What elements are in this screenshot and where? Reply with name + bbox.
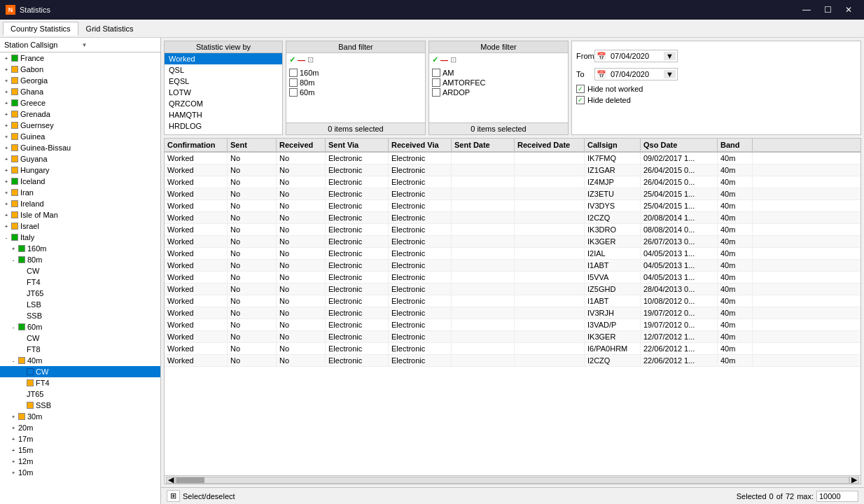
col-header-receivedvia[interactable]: Received Via [389, 139, 452, 151]
list-item[interactable]: + 17m [0, 433, 160, 444]
table-row[interactable]: Worked No No Electronic Electronic IK7FM… [165, 153, 860, 164]
list-item[interactable]: + Georgia [0, 75, 160, 86]
table-row[interactable]: Worked No No Electronic Electronic IZ5GH… [165, 284, 860, 295]
col-header-received[interactable]: Received [277, 139, 326, 151]
expand-icon[interactable]: + [1, 98, 11, 108]
list-item[interactable]: JT65 [0, 288, 160, 299]
expand-icon[interactable]: + [1, 176, 11, 186]
list-item[interactable]: SSB [0, 310, 160, 321]
expand-icon[interactable]: - [1, 232, 11, 242]
col-header-sent[interactable]: Sent [228, 139, 277, 151]
list-item[interactable]: + Ireland [0, 198, 160, 209]
scroll-right-button[interactable]: ▶ [849, 477, 859, 484]
expand-icon[interactable]: - [8, 322, 18, 332]
list-item[interactable]: + 20m [0, 422, 160, 433]
stat-item-worked[interactable]: Worked [165, 53, 282, 64]
list-item[interactable]: - 40m [0, 355, 160, 366]
list-item[interactable]: + Israel [0, 220, 160, 232]
close-button[interactable]: ✕ [839, 2, 858, 18]
list-item[interactable]: + Iran [0, 187, 160, 198]
max-value-input[interactable] [816, 491, 858, 502]
expand-icon[interactable]: + [8, 445, 18, 455]
table-row[interactable]: Worked No No Electronic Electronic IK3DR… [165, 224, 860, 236]
list-item[interactable]: + Greece [0, 97, 160, 108]
table-row[interactable]: Worked No No Electronic Electronic I2IAL… [165, 248, 860, 260]
list-item[interactable]: + Gabon [0, 64, 160, 75]
expand-icon[interactable]: + [8, 468, 18, 477]
tab-grid-statistics[interactable]: Grid Statistics [78, 22, 141, 36]
list-item[interactable]: + Iceland [0, 176, 160, 187]
expand-icon[interactable]: - [8, 255, 18, 265]
list-item[interactable]: - 80m [0, 254, 160, 265]
col-header-band[interactable]: Band [718, 139, 753, 151]
col-header-callsign[interactable]: Callsign [585, 139, 641, 151]
table-row[interactable]: Worked No No Electronic Electronic I3VAD… [165, 319, 860, 331]
to-date-input[interactable] [608, 69, 664, 79]
list-item[interactable]: + 10m [0, 467, 160, 478]
stat-item-qsl[interactable]: QSL [165, 64, 282, 76]
table-row[interactable]: Worked No No Electronic Electronic IZ1GA… [165, 164, 860, 176]
list-item[interactable]: + 12m [0, 456, 160, 467]
expand-icon[interactable]: + [8, 434, 18, 444]
tab-country-statistics[interactable]: Country Statistics [3, 22, 78, 36]
band-checkbox-80m[interactable] [289, 78, 298, 87]
band-item-60m[interactable]: 60m [288, 88, 424, 97]
list-item[interactable]: LSB [0, 299, 160, 310]
station-callsign-dropdown[interactable]: Station Callsign ▼ [0, 38, 160, 52]
mode-item-ardop[interactable]: ARDOP [431, 88, 566, 97]
mode-checkbox-am[interactable] [432, 69, 440, 77]
expand-icon[interactable]: + [8, 423, 18, 433]
expand-icon[interactable]: + [1, 165, 11, 175]
select-deselect-label[interactable]: Select/deselect [183, 492, 235, 500]
horizontal-scrollbar-track[interactable] [176, 477, 849, 484]
mode-checkbox-ardop[interactable] [432, 88, 440, 97]
list-item[interactable]: + Grenada [0, 108, 160, 120]
stat-item-qrzcom[interactable]: QRZCOM [165, 98, 282, 109]
col-header-sentdate[interactable]: Sent Date [452, 139, 515, 151]
mode-invert-icon[interactable]: ⊡ [450, 55, 457, 64]
list-item[interactable]: + 15m [0, 444, 160, 456]
table-row[interactable]: Worked No No Electronic Electronic IV3DY… [165, 200, 860, 212]
horizontal-scrollbar-thumb[interactable] [176, 477, 204, 483]
list-item[interactable]: FT4 [0, 276, 160, 288]
expand-icon[interactable]: + [1, 87, 11, 97]
stat-item-lotw[interactable]: LOTW [165, 87, 282, 98]
expand-icon[interactable]: + [8, 412, 18, 421]
hide-not-worked-row[interactable]: ✓ Hide not worked [572, 83, 860, 94]
mode-checkbox-amtorfec[interactable] [432, 78, 440, 87]
expand-icon[interactable]: + [1, 132, 11, 141]
stat-item-hamqth[interactable]: HAMQTH [165, 109, 282, 120]
minimize-button[interactable]: — [797, 2, 816, 18]
list-item[interactable]: + Guernsey [0, 120, 160, 131]
expand-icon[interactable]: + [1, 120, 11, 130]
expand-icon[interactable]: - [8, 356, 18, 365]
list-item[interactable]: + Ghana [0, 86, 160, 97]
table-row[interactable]: Worked No No Electronic Electronic IK3GE… [165, 331, 860, 343]
expand-icon[interactable]: + [1, 154, 11, 164]
hide-deleted-row[interactable]: ✓ Hide deleted [572, 94, 860, 106]
table-row[interactable]: Worked No No Electronic Electronic IZ3ET… [165, 188, 860, 200]
expand-icon[interactable]: + [1, 53, 11, 63]
mode-uncheck-all-icon[interactable]: — [440, 56, 448, 64]
band-checkbox-60m[interactable] [289, 88, 298, 97]
table-row[interactable]: Worked No No Electronic Electronic I1ABT… [165, 260, 860, 272]
hide-not-worked-checkbox[interactable]: ✓ [576, 85, 585, 93]
list-item[interactable]: + France [0, 52, 160, 64]
list-item[interactable]: CW [0, 366, 160, 377]
band-checkbox-160m[interactable] [289, 69, 298, 77]
horizontal-scrollbar[interactable]: ◀ ▶ [165, 475, 860, 484]
expand-icon[interactable]: + [1, 76, 11, 85]
col-header-confirmation[interactable]: Confirmation [165, 139, 228, 151]
col-header-sentvia[interactable]: Sent Via [326, 139, 389, 151]
table-row[interactable]: Worked No No Electronic Electronic IV3RJ… [165, 307, 860, 319]
list-item[interactable]: - Italy [0, 232, 160, 243]
expand-icon[interactable]: + [1, 109, 11, 119]
stat-item-eqsl[interactable]: EQSL [165, 76, 282, 87]
mode-item-amtorfec[interactable]: AMTORFEC [431, 78, 566, 88]
list-item[interactable]: + 160m [0, 243, 160, 254]
table-row[interactable]: Worked No No Electronic Electronic I2CZQ… [165, 355, 860, 367]
expand-icon[interactable]: + [1, 199, 11, 209]
list-item[interactable]: FT4 [0, 377, 160, 388]
expand-icon[interactable]: + [1, 64, 11, 74]
band-uncheck-all-icon[interactable]: — [298, 56, 305, 64]
